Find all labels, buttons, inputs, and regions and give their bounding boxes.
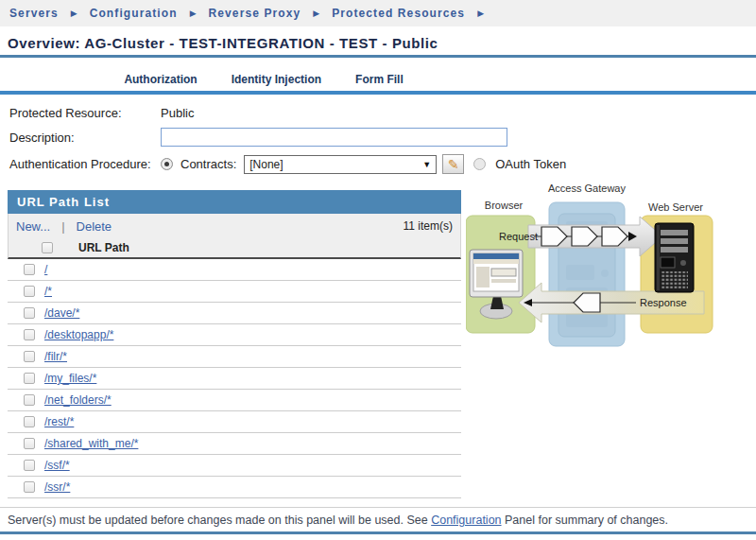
footer-text-before: Server(s) must be updated before changes… [8, 514, 431, 527]
contracts-selected-value: [None] [249, 158, 283, 171]
row-checkbox[interactable] [24, 416, 35, 427]
page-title: Overview: AG-Cluster - TEST-INTEGRATION … [0, 26, 756, 55]
edit-contract-button[interactable]: ✎ [442, 154, 464, 174]
row-checkbox[interactable] [24, 460, 35, 471]
contracts-radio[interactable] [161, 158, 173, 170]
oauth-token-radio[interactable] [473, 158, 486, 170]
panel-title: URL Path List [8, 190, 461, 214]
auth-procedure-label: Authentication Procedure: [9, 157, 161, 171]
table-row: /filr/* [8, 346, 461, 368]
access-gateway-label: Access Gateway [548, 183, 626, 194]
contracts-label: Contracts: [180, 157, 236, 171]
url-path-link[interactable]: /dave/* [44, 306, 79, 320]
table-row: /net_folders/* [8, 390, 461, 411]
content-area: URL Path List New... | Delete 11 item(s)… [0, 183, 756, 507]
table-row: /shared_with_me/* [8, 433, 461, 455]
breadcrumb-item-reverse-proxy[interactable]: Reverse Proxy [209, 7, 301, 20]
row-checkbox[interactable] [24, 264, 35, 275]
toolbar-separator: | [61, 219, 64, 234]
url-path-link[interactable]: /ssf/* [44, 459, 70, 472]
breadcrumb-arrow-icon: ▶ [71, 9, 77, 18]
row-checkbox[interactable] [24, 286, 35, 297]
request-label: Request [499, 231, 538, 242]
configuration-link[interactable]: Configuration [431, 514, 501, 527]
row-checkbox[interactable] [24, 351, 35, 362]
browser-label: Browser [485, 200, 524, 211]
tab-form-fill[interactable]: Form Fill [342, 68, 421, 91]
row-checkbox[interactable] [24, 394, 35, 406]
url-path-link[interactable]: /rest/* [44, 415, 74, 428]
table-row: /my_files/* [8, 368, 461, 390]
row-checkbox[interactable] [24, 438, 35, 449]
breadcrumb-item-configuration[interactable]: Configuration [90, 7, 178, 20]
overview-form: Protected Resource: Public Description: … [0, 95, 756, 174]
oauth-token-label: OAuth Token [495, 157, 566, 171]
pencil-icon: ✎ [448, 158, 459, 171]
breadcrumb-arrow-icon: ▶ [190, 9, 197, 18]
column-header-row: URL Path [8, 238, 461, 259]
web-server-label: Web Server [648, 201, 703, 213]
row-checkbox[interactable] [24, 329, 35, 340]
breadcrumb-item-servers[interactable]: Servers [9, 7, 59, 20]
contracts-select[interactable]: [None] ▼ [244, 155, 437, 174]
breadcrumb-arrow-icon: ▶ [313, 9, 319, 18]
breadcrumb: Servers ▶ Configuration ▶ Reverse Proxy … [0, 0, 756, 26]
select-all-checkbox[interactable] [42, 242, 53, 253]
row-checkbox[interactable] [24, 481, 35, 493]
table-row: / [8, 259, 461, 281]
gateway-diagram: Browser Access Gateway Web Server Reques… [466, 183, 751, 349]
panel-toolbar: New... | Delete 11 item(s) [8, 214, 461, 238]
title-divider [0, 55, 756, 58]
footer-note: Server(s) must be updated before changes… [0, 507, 756, 531]
delete-button[interactable]: Delete [77, 219, 112, 234]
response-label: Response [640, 297, 687, 308]
tab-strip: Overview Authorization Identity Injectio… [26, 68, 756, 91]
row-checkbox[interactable] [24, 373, 35, 384]
breadcrumb-item-protected-resources[interactable]: Protected Resources [332, 7, 465, 20]
url-path-link[interactable]: /ssr/* [44, 480, 70, 494]
table-row: /ssf/* [8, 455, 461, 477]
url-path-list-panel: URL Path List New... | Delete 11 item(s)… [8, 190, 461, 498]
footer-text-after: Panel for summary of changes. [502, 514, 668, 527]
url-path-link[interactable]: /desktopapp/* [44, 328, 113, 341]
url-path-link[interactable]: /* [44, 285, 52, 298]
table-row: /dave/* [8, 303, 461, 324]
description-field[interactable] [161, 128, 507, 147]
table-row: /desktopapp/* [8, 324, 461, 346]
table-row: /rest/* [8, 411, 461, 433]
row-checkbox[interactable] [24, 307, 35, 319]
breadcrumb-arrow-icon: ▶ [477, 9, 484, 18]
url-path-rows: / /* /dave/* /desktopapp/* /filr/* /my_f… [8, 259, 461, 498]
url-path-link[interactable]: /shared_with_me/* [44, 437, 138, 450]
server-tower-icon [655, 223, 694, 292]
url-path-link[interactable]: /net_folders/* [44, 393, 112, 407]
protected-resource-value: Public [161, 106, 194, 120]
item-count: 11 item(s) [404, 219, 453, 233]
url-path-link[interactable]: /filr/* [44, 350, 67, 363]
table-row: /* [8, 281, 461, 303]
protected-resource-label: Protected Resource: [9, 106, 161, 120]
tab-identity-injection[interactable]: Identity Injection [218, 68, 338, 91]
chevron-down-icon: ▼ [422, 160, 431, 169]
column-header-url-path: URL Path [78, 241, 129, 254]
description-label: Description: [9, 131, 161, 145]
new-button[interactable]: New... [16, 219, 50, 234]
tab-overview[interactable]: Overview [26, 68, 107, 91]
url-path-link[interactable]: /my_files/* [44, 372, 96, 385]
url-path-link[interactable]: / [44, 263, 47, 276]
bottom-accent-bar [0, 531, 756, 534]
table-row: /ssr/* [8, 477, 461, 498]
tab-authorization[interactable]: Authorization [111, 68, 214, 91]
